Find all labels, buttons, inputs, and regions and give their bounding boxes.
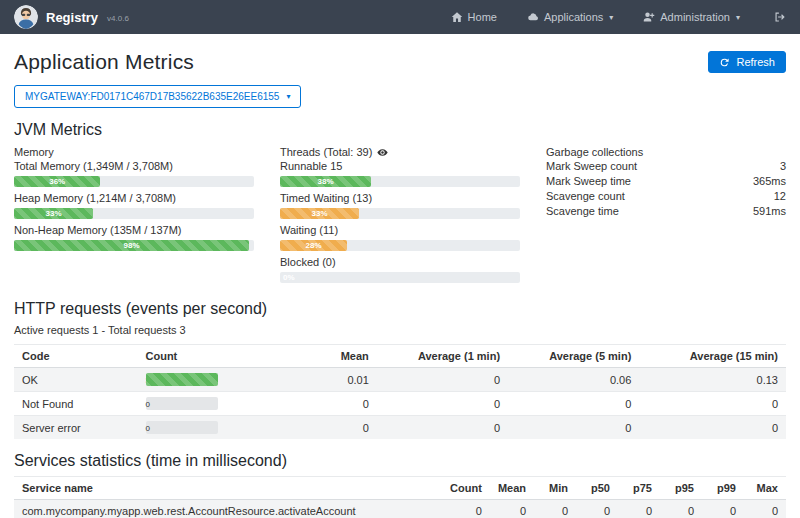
home-icon — [451, 11, 463, 23]
metric-label: Runnable 15 — [280, 159, 520, 173]
table-row: Server error00000 — [14, 416, 786, 440]
metric-label: Total Memory (1,349M / 3,708M) — [14, 159, 254, 173]
http-metric-cell: 0 — [377, 368, 508, 392]
gc-value: 3 — [780, 159, 786, 174]
http-metric-cell: 0 — [377, 416, 508, 440]
column-header: Mean — [490, 477, 534, 500]
services-statistics-title: Services statistics (time in millisecond… — [14, 452, 786, 470]
column-header: Mean — [276, 345, 376, 368]
progress-bar: 0% — [280, 272, 520, 283]
column-header: Min — [534, 477, 576, 500]
nav-item-administration[interactable]: Administration▾ — [643, 11, 740, 23]
progress-value: 33% — [14, 208, 93, 219]
nav-item-label: Applications — [544, 11, 603, 23]
http-requests-summary: Active requests 1 - Total requests 3 — [14, 324, 786, 336]
app-version: v4.0.6 — [107, 14, 129, 23]
http-requests-table: CodeCountMeanAverage (1 min)Average (5 m… — [14, 344, 786, 439]
http-requests-title: HTTP requests (events per second) — [14, 300, 786, 318]
column-header: p99 — [702, 477, 744, 500]
navbar: Registry v4.0.6 HomeApplications▾Adminis… — [0, 0, 800, 34]
threads-title: Threads (Total: 39) — [280, 145, 372, 159]
count-progress-fill — [146, 373, 218, 386]
http-metric-cell: 0 — [276, 416, 376, 440]
http-metric-cell: 0 — [639, 416, 786, 440]
jvm-metrics-title: JVM Metrics — [14, 121, 786, 139]
gc-value: 591ms — [753, 204, 786, 219]
metric-label: Timed Waiting (13) — [280, 191, 520, 205]
progress-bar: 33% — [280, 208, 520, 219]
caret-down-icon: ▾ — [286, 92, 290, 101]
table-header-row: CodeCountMeanAverage (1 min)Average (5 m… — [14, 345, 786, 368]
table-header-row: Service nameCountMeanMinp50p75p95p99Max — [14, 477, 786, 500]
http-metric-cell: 0 — [377, 392, 508, 416]
column-header: Count — [138, 345, 277, 368]
http-metric-cell: 0.01 — [276, 368, 376, 392]
service-metric-cell: 0 — [534, 500, 576, 518]
gc-column: Garbage collections Mark Sweep count3Mar… — [546, 145, 786, 287]
refresh-button[interactable]: Refresh — [708, 51, 786, 73]
eye-icon[interactable] — [377, 147, 388, 158]
gc-label: Mark Sweep count — [546, 159, 637, 174]
metric-label: Non-Heap Memory (135M / 137M) — [14, 223, 254, 237]
gc-label: Scavenge count — [546, 189, 625, 204]
threads-column: Threads (Total: 39) Runnable 1538%Timed … — [280, 145, 520, 287]
instance-selector-label: MYGATEWAY:FD0171C467D17B35622B635E26EE61… — [25, 91, 279, 102]
column-header: p75 — [618, 477, 660, 500]
gc-label: Mark Sweep time — [546, 174, 631, 189]
brand-link[interactable]: Registry v4.0.6 — [14, 5, 129, 29]
http-metric-cell: 0.06 — [508, 368, 639, 392]
jvm-metrics-section: Memory Total Memory (1,349M / 3,708M)36%… — [14, 145, 786, 287]
gc-label: Scavenge time — [546, 204, 619, 219]
nav-item-applications[interactable]: Applications▾ — [527, 11, 613, 23]
gc-row: Mark Sweep count3 — [546, 159, 786, 174]
service-metric-cell: 0 — [490, 500, 534, 518]
metric-label: Heap Memory (1,214M / 3,708M) — [14, 191, 254, 205]
progress-bar: 28% — [280, 240, 520, 251]
caret-down-icon: ▾ — [609, 13, 613, 22]
http-code-cell: Server error — [14, 416, 138, 440]
column-header: Average (1 min) — [377, 345, 508, 368]
table-row: OK30.0100.060.13 — [14, 368, 786, 392]
user-plus-icon — [643, 11, 655, 23]
progress-bar: 36% — [14, 176, 254, 187]
gc-value: 365ms — [753, 174, 786, 189]
progress-bar: 33% — [14, 208, 254, 219]
progress-bar: 38% — [280, 176, 520, 187]
nav-item-label: Home — [468, 11, 497, 23]
gc-title: Garbage collections — [546, 145, 786, 159]
sign-out-button[interactable] — [774, 11, 786, 23]
http-metric-cell: 0 — [639, 392, 786, 416]
caret-down-icon: ▾ — [736, 13, 740, 22]
gc-row: Scavenge time591ms — [546, 204, 786, 219]
instance-selector-dropdown[interactable]: MYGATEWAY:FD0171C467D17B35622B635E26EE61… — [14, 85, 301, 108]
nav-item-home[interactable]: Home — [451, 11, 497, 23]
service-name-cell: com.mycompany.myapp.web.rest.AccountReso… — [14, 500, 442, 518]
main-content: Application Metrics Refresh MYGATEWAY:FD… — [0, 34, 800, 518]
count-progress-bar: 0 — [146, 397, 218, 410]
progress-value: 0% — [283, 272, 295, 283]
column-header: p95 — [660, 477, 702, 500]
service-metric-cell: 0 — [660, 500, 702, 518]
progress-bar: 98% — [14, 240, 254, 251]
http-metric-cell: 0 — [276, 392, 376, 416]
http-metric-cell: 0 — [508, 392, 639, 416]
column-header: Service name — [14, 477, 442, 500]
column-header: Average (5 min) — [508, 345, 639, 368]
count-progress-bar: 0 — [146, 421, 218, 434]
sign-out-icon — [774, 11, 786, 23]
column-header: Average (15 min) — [639, 345, 786, 368]
service-metric-cell: 0 — [576, 500, 618, 518]
table-row: Not Found00000 — [14, 392, 786, 416]
services-statistics-table: Service nameCountMeanMinp50p75p95p99Maxc… — [14, 476, 786, 518]
column-header: Max — [744, 477, 786, 500]
service-metric-cell: 0 — [618, 500, 660, 518]
refresh-label: Refresh — [736, 56, 775, 68]
memory-column: Memory Total Memory (1,349M / 3,708M)36%… — [14, 145, 254, 287]
service-metric-cell: 0 — [442, 500, 490, 518]
count-progress-bar: 3 — [146, 373, 218, 386]
nav-item-label: Administration — [660, 11, 730, 23]
progress-value: 98% — [14, 240, 249, 251]
progress-value: 36% — [14, 176, 100, 187]
service-metric-cell: 0 — [702, 500, 744, 518]
progress-value: 28% — [280, 240, 347, 251]
